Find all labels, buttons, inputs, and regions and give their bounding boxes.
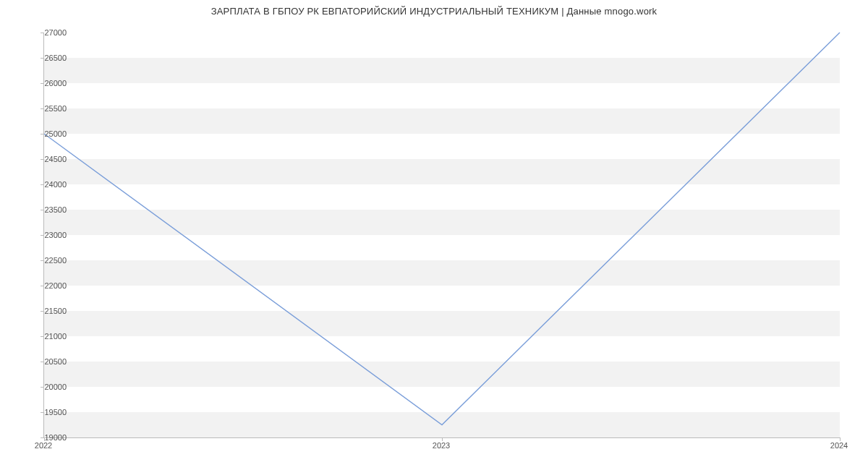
y-tick-label: 24000: [30, 180, 67, 189]
y-tick-label: 19500: [30, 408, 67, 416]
plot-area: [43, 33, 840, 438]
y-tick-label: 21000: [30, 332, 67, 341]
y-tick-label: 23500: [30, 205, 67, 214]
x-tick-label: 2022: [35, 441, 52, 450]
y-tick-label: 20000: [30, 383, 67, 391]
y-tick-label: 23000: [30, 231, 67, 239]
y-tick-label: 20500: [30, 357, 67, 366]
y-tick-label: 21500: [30, 307, 67, 315]
y-tick-label: 24500: [30, 155, 67, 163]
y-tick-label: 25500: [30, 104, 67, 113]
y-tick-label: 27000: [30, 28, 67, 37]
series-line: [44, 33, 840, 425]
chart-title: ЗАРПЛАТА В ГБПОУ РК ЕВПАТОРИЙСКИЙ ИНДУСТ…: [0, 6, 868, 17]
y-tick-label: 25000: [30, 129, 67, 138]
y-tick-label: 22500: [30, 256, 67, 265]
chart-container: ЗАРПЛАТА В ГБПОУ РК ЕВПАТОРИЙСКИЙ ИНДУСТ…: [0, 0, 868, 470]
y-tick-label: 22000: [30, 281, 67, 290]
x-tick-label: 2023: [433, 441, 450, 450]
y-tick-label: 26500: [30, 54, 67, 62]
y-tick-label: 26000: [30, 79, 67, 87]
x-tick-label: 2024: [830, 441, 848, 450]
line-layer: [44, 33, 840, 437]
